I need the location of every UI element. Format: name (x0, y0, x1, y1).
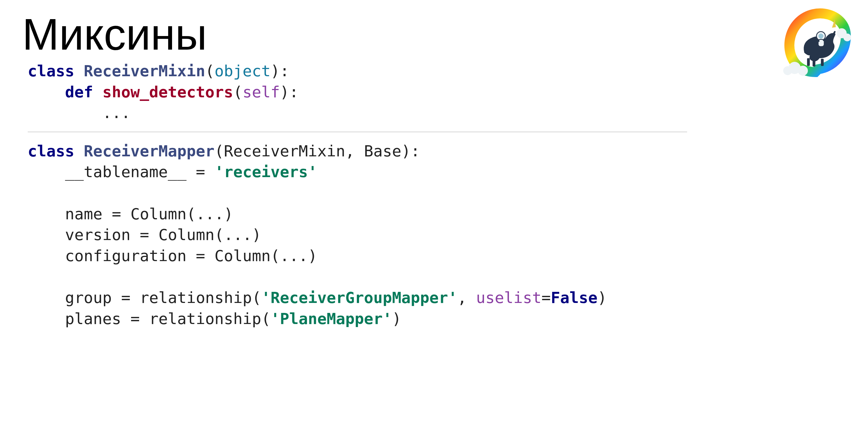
code-block-mixin: class ReceiverMixin(object): def show_de… (28, 60, 846, 123)
separator (28, 132, 687, 132)
page-title: Миксины (22, 11, 846, 58)
svg-point-9 (818, 34, 824, 38)
code-block-mapper: class ReceiverMapper(ReceiverMixin, Base… (28, 141, 846, 329)
svg-point-4 (843, 34, 851, 41)
svg-rect-5 (807, 58, 810, 66)
slide: Миксины (0, 0, 868, 426)
rainbow-unicorn-astronaut-logo (779, 5, 851, 78)
svg-rect-6 (813, 60, 815, 66)
svg-rect-7 (821, 59, 824, 66)
svg-point-2 (783, 66, 792, 75)
svg-point-1 (798, 66, 808, 76)
